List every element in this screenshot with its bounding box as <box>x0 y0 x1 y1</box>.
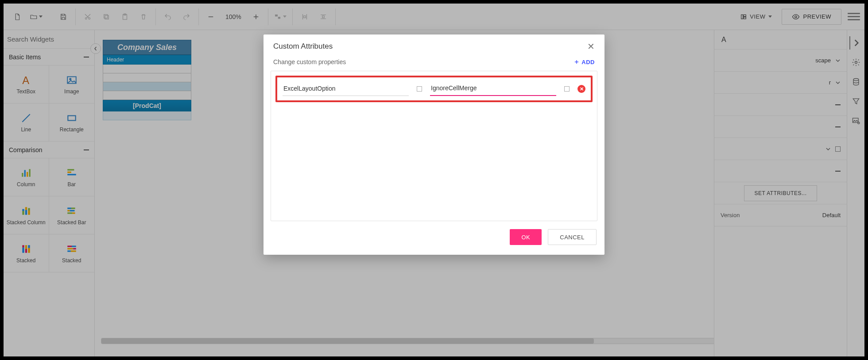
open-file-button[interactable] <box>27 8 45 26</box>
prodcat-cell[interactable]: [ProdCat] <box>103 100 191 111</box>
svg-point-13 <box>794 15 797 18</box>
section-row-3[interactable] <box>714 138 847 160</box>
attribute-value-input[interactable] <box>430 82 556 96</box>
zoom-in-button[interactable] <box>247 8 265 26</box>
stacked-icon <box>20 243 32 255</box>
collapse-icon <box>84 149 89 150</box>
custom-attributes-dialog: Custom Attributes ✕ Change custom proper… <box>264 34 604 255</box>
svg-rect-42 <box>28 245 30 248</box>
section-row-4[interactable] <box>714 160 847 182</box>
svg-point-1 <box>89 17 90 19</box>
set-attributes-button[interactable]: SET ATTRIBUTES... <box>744 185 817 201</box>
distribute-h-button[interactable] <box>295 8 314 26</box>
attribute-key-input[interactable] <box>283 82 409 96</box>
search-input[interactable] <box>7 35 91 43</box>
menu-button[interactable] <box>848 11 860 22</box>
category-comparison[interactable]: Comparison <box>4 142 94 158</box>
delete-button[interactable] <box>134 8 153 26</box>
svg-rect-45 <box>72 245 76 247</box>
zoom-level: 100% <box>220 13 247 20</box>
widget-stacked-2[interactable]: Stacked <box>49 234 95 272</box>
zoom-out-button[interactable] <box>202 8 220 26</box>
svg-point-17 <box>70 78 71 80</box>
report-header-label[interactable]: Header <box>103 55 191 65</box>
svg-rect-21 <box>27 172 28 176</box>
settings-tab[interactable] <box>849 56 863 69</box>
preview-button[interactable]: PREVIEW <box>782 9 841 25</box>
svg-rect-26 <box>22 209 24 211</box>
svg-rect-2 <box>105 15 108 19</box>
svg-rect-44 <box>67 245 72 247</box>
horizontal-scrollbar[interactable] <box>101 338 767 344</box>
add-attribute-button[interactable]: ADD <box>574 59 595 65</box>
paste-button[interactable] <box>116 8 134 26</box>
redo-button[interactable] <box>177 8 196 26</box>
paper-row[interactable]: r <box>714 72 847 94</box>
value-checkbox[interactable] <box>564 86 570 92</box>
svg-rect-46 <box>67 248 73 249</box>
widget-bar-chart[interactable]: Bar <box>49 158 95 196</box>
chevron-down-icon <box>835 80 841 85</box>
rectangle-icon <box>66 112 78 124</box>
report-table[interactable]: [ProdCat] <box>103 65 191 120</box>
version-row[interactable]: Version Default <box>714 204 847 226</box>
properties-title: A <box>714 30 847 50</box>
svg-rect-24 <box>67 171 71 172</box>
category-label: Comparison <box>9 146 42 153</box>
filter-icon <box>852 97 860 106</box>
section-row-2[interactable] <box>714 116 847 138</box>
svg-rect-37 <box>72 212 75 214</box>
copy-button[interactable] <box>97 8 116 26</box>
cancel-button[interactable]: CANCEL <box>548 229 597 245</box>
align-button[interactable] <box>271 8 290 26</box>
section-row-1[interactable] <box>714 94 847 116</box>
widgets-panel: Basic Items A TextBox Image Line Rectang… <box>4 30 95 356</box>
widget-stacked-column[interactable]: Stacked Column <box>4 196 49 234</box>
ok-button[interactable]: OK <box>510 229 542 245</box>
delete-row-button[interactable]: ✕ <box>577 85 585 93</box>
save-button[interactable] <box>54 8 73 26</box>
key-checkbox[interactable] <box>417 86 422 92</box>
svg-rect-23 <box>67 169 74 170</box>
widget-textbox[interactable]: A TextBox <box>4 65 49 103</box>
widget-stacked-bar[interactable]: Stacked Bar <box>49 196 95 234</box>
data-tab[interactable] <box>849 75 863 88</box>
image-tab[interactable] <box>849 114 863 127</box>
category-basic-items[interactable]: Basic Items <box>4 49 94 65</box>
svg-rect-12 <box>744 17 746 19</box>
right-tab-strip <box>847 30 864 356</box>
chevron-down-icon <box>768 15 772 18</box>
expand-tab[interactable] <box>849 36 863 50</box>
line-icon <box>20 112 32 124</box>
checkbox-icon[interactable] <box>835 146 841 152</box>
undo-button[interactable] <box>159 8 177 26</box>
collapse-icon <box>84 57 89 57</box>
collapse-left-button[interactable] <box>90 43 101 54</box>
textbox-icon: A <box>20 74 32 86</box>
svg-point-50 <box>855 61 857 64</box>
svg-rect-6 <box>275 14 278 16</box>
gear-icon <box>852 58 860 67</box>
widget-image[interactable]: Image <box>49 65 95 103</box>
stacked-icon <box>66 243 78 255</box>
svg-rect-28 <box>25 207 27 210</box>
widget-column-chart[interactable]: Column <box>4 158 49 196</box>
widget-stacked-1[interactable]: Stacked <box>4 234 49 272</box>
plus-icon <box>574 59 580 65</box>
widget-rectangle[interactable]: Rectangle <box>49 103 95 142</box>
filter-tab[interactable] <box>849 95 863 108</box>
preview-label: PREVIEW <box>803 13 831 20</box>
svg-rect-49 <box>71 250 76 252</box>
orientation-row[interactable]: scape <box>714 50 847 72</box>
widget-line[interactable]: Line <box>4 103 49 142</box>
cut-button[interactable] <box>78 8 97 26</box>
svg-point-51 <box>853 79 859 81</box>
report-title[interactable]: Company Sales <box>103 40 191 55</box>
distribute-v-button[interactable] <box>314 8 333 26</box>
view-dropdown[interactable]: VIEW <box>736 13 775 20</box>
bar-chart-icon <box>66 167 78 179</box>
svg-point-53 <box>857 122 859 124</box>
new-file-button[interactable] <box>8 8 27 26</box>
close-button[interactable]: ✕ <box>587 42 595 51</box>
image-icon <box>66 74 78 86</box>
